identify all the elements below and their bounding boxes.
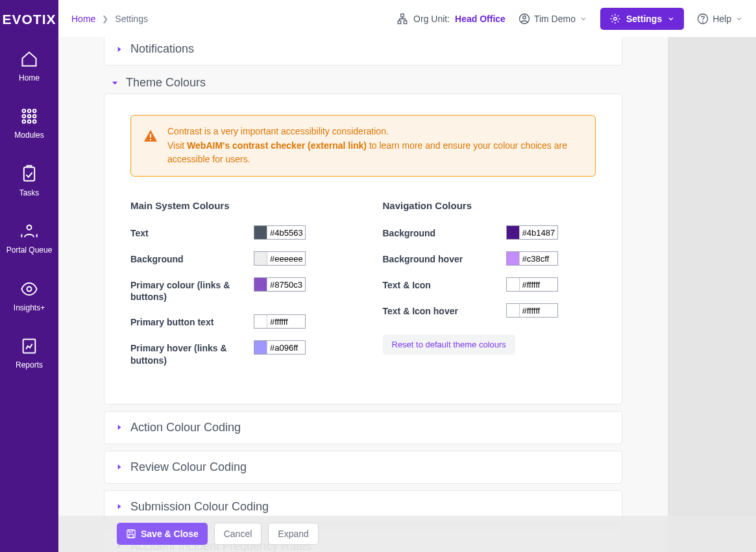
color-input-nav-bg-hover[interactable]: [506, 251, 558, 266]
color-input-primary-hover[interactable]: [254, 340, 306, 355]
color-input-nav-bg[interactable]: [506, 225, 558, 240]
field-label: Background: [383, 225, 506, 239]
home-icon: [20, 50, 38, 68]
sidebar-item-modules[interactable]: Modules: [14, 107, 43, 140]
swatch: [254, 226, 267, 239]
color-input-background[interactable]: [254, 251, 306, 266]
sidebar-item-label: Modules: [14, 131, 43, 140]
svg-point-17: [523, 16, 526, 19]
svg-rect-21: [150, 134, 151, 138]
panel-notifications[interactable]: Notifications: [104, 37, 622, 66]
field-label: Primary hover (links & buttons): [130, 340, 254, 366]
reset-theme-button[interactable]: Reset to default theme colours: [383, 334, 515, 355]
sidebar-item-reports[interactable]: Reports: [16, 337, 43, 370]
field-label: Text: [130, 225, 254, 239]
org-unit[interactable]: Org Unit: Head Office: [396, 13, 506, 25]
org-icon: [396, 13, 408, 25]
alert-link[interactable]: WebAIM's contrast checker (external link…: [187, 140, 367, 151]
color-input-text[interactable]: [254, 225, 306, 240]
svg-rect-13: [401, 14, 404, 17]
navigation-colours: Navigation Colours Background Background…: [383, 200, 596, 378]
panel-title: Theme Colours: [126, 76, 206, 90]
swatch: [254, 252, 267, 265]
field-label: Primary colour (links & buttons): [130, 277, 254, 303]
chevron-right-icon: ❯: [102, 14, 108, 23]
help-label: Help: [713, 14, 731, 24]
org-unit-label: Org Unit:: [413, 14, 450, 24]
logo: EVOTIX: [2, 12, 56, 27]
panel-theme-colours-body: Contrast is a very important accessibili…: [104, 94, 622, 405]
svg-rect-24: [129, 534, 134, 538]
swatch: [507, 226, 520, 239]
breadcrumb: Home ❯ Settings: [71, 14, 148, 24]
save-close-button[interactable]: Save & Close: [117, 523, 208, 545]
save-close-label: Save & Close: [141, 529, 199, 539]
section-heading: Main System Colours: [130, 200, 344, 211]
cancel-button[interactable]: Cancel: [214, 523, 262, 545]
chevron-down-icon: [110, 79, 119, 88]
user-icon: [518, 13, 530, 25]
help-menu[interactable]: Help: [697, 13, 743, 25]
color-value[interactable]: [520, 278, 557, 291]
sidebar-item-label: Portal Queue: [6, 245, 53, 255]
svg-point-8: [33, 120, 36, 123]
panel-action-colour-coding[interactable]: Action Colour Coding: [104, 411, 622, 444]
svg-rect-9: [24, 167, 34, 181]
svg-point-20: [703, 21, 703, 22]
modules-icon: [20, 107, 38, 125]
org-unit-value: Head Office: [455, 14, 506, 24]
settings-button[interactable]: Settings: [600, 8, 684, 30]
breadcrumb-home[interactable]: Home: [71, 14, 95, 24]
svg-point-5: [33, 115, 36, 118]
color-input-nav-text-icon-hover[interactable]: [506, 303, 558, 318]
svg-point-3: [22, 115, 25, 118]
panel-theme-colours-header[interactable]: Theme Colours: [104, 76, 622, 90]
swatch: [507, 252, 520, 265]
gear-icon: [609, 13, 621, 25]
chevron-right-icon: [115, 423, 124, 432]
sidebar-item-label: Tasks: [19, 188, 40, 197]
chevron-right-icon: [115, 462, 124, 471]
color-value[interactable]: [267, 278, 305, 291]
chevron-right-icon: [115, 45, 124, 54]
chevron-down-icon: [735, 15, 743, 23]
main-system-colours: Main System Colours Text Background Prim…: [130, 200, 344, 378]
expand-button[interactable]: Expand: [268, 523, 318, 545]
user-name: Tim Demo: [534, 14, 576, 24]
help-icon: [697, 13, 709, 25]
color-input-primary[interactable]: [254, 277, 306, 292]
svg-point-2: [33, 110, 36, 113]
panel-title: Submission Colour Coding: [130, 500, 269, 514]
svg-point-11: [27, 286, 32, 291]
field-label: Primary button text: [130, 314, 254, 328]
sidebar-item-home[interactable]: Home: [19, 50, 40, 82]
svg-point-10: [27, 225, 32, 230]
swatch: [254, 315, 267, 328]
tasks-icon: [20, 165, 38, 183]
color-value[interactable]: [520, 252, 557, 265]
field-label: Background: [130, 251, 254, 265]
color-value[interactable]: [267, 252, 305, 265]
user-menu[interactable]: Tim Demo: [518, 13, 587, 25]
swatch: [507, 278, 520, 291]
color-input-primary-button-text[interactable]: [254, 314, 306, 329]
insights-icon: [20, 280, 38, 298]
color-value[interactable]: [520, 304, 557, 317]
save-icon: [126, 529, 136, 539]
field-label: Background hover: [383, 251, 506, 265]
topbar: Home ❯ Settings Org Unit: Head Office Ti…: [58, 0, 756, 37]
color-value[interactable]: [520, 226, 557, 239]
sidebar-item-portal-queue[interactable]: Portal Queue: [6, 222, 53, 255]
svg-rect-22: [150, 139, 151, 140]
color-input-nav-text-icon[interactable]: [506, 277, 558, 292]
field-label: Text & Icon: [383, 277, 506, 291]
color-value[interactable]: [267, 341, 305, 354]
topbar-right: Org Unit: Head Office Tim Demo Settings …: [396, 8, 743, 30]
chevron-right-icon: [115, 502, 124, 511]
sidebar-item-insights[interactable]: Insights+: [14, 280, 45, 312]
reports-icon: [20, 337, 38, 355]
color-value[interactable]: [267, 226, 305, 239]
panel-review-colour-coding[interactable]: Review Colour Coding: [104, 451, 622, 484]
sidebar-item-tasks[interactable]: Tasks: [19, 165, 40, 197]
color-value[interactable]: [267, 315, 305, 328]
